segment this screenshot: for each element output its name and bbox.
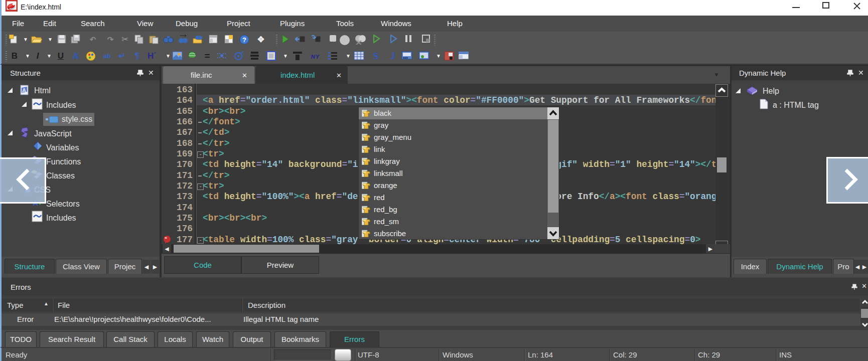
svg-text:?: ? — [242, 36, 246, 44]
svg-text:A: A — [22, 87, 26, 93]
